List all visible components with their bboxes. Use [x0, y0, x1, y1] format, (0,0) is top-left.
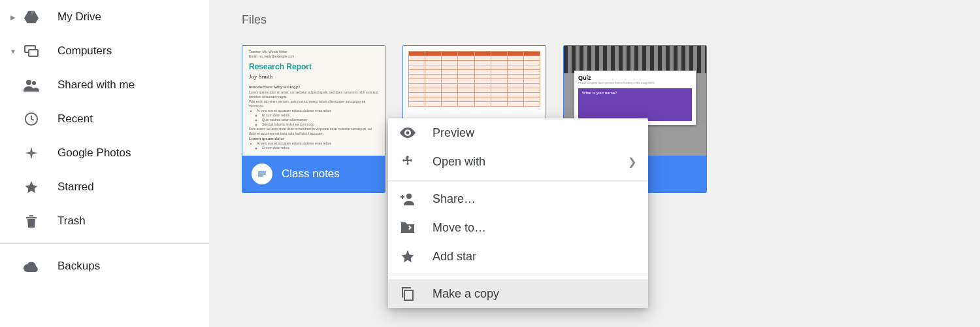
thumb-heading: Quiz: [578, 75, 692, 81]
svg-rect-1: [29, 50, 38, 56]
sidebar-item-starred[interactable]: Starred: [0, 170, 209, 204]
menu-divider: [388, 180, 648, 181]
drive-icon: [24, 9, 39, 25]
sidebar-item-label: Computers: [57, 44, 112, 58]
sidebar-item-photos[interactable]: Google Photos: [0, 136, 209, 170]
svg-rect-10: [404, 290, 413, 300]
expander-icon[interactable]: ▼: [8, 48, 18, 55]
svg-rect-5: [258, 171, 266, 173]
doc-icon: [252, 164, 272, 184]
menu-item-share[interactable]: Share…: [388, 184, 648, 213]
sidebar-item-label: Backups: [57, 260, 100, 273]
sidebar: ▶ My Drive ▼ Computers Shared with me Re…: [0, 0, 209, 327]
sidebar-item-my-drive[interactable]: ▶ My Drive: [0, 0, 209, 34]
menu-item-add-star[interactable]: Add star: [388, 242, 648, 271]
cloud-icon: [24, 258, 39, 274]
thumb-author: Joy Smith: [249, 73, 378, 81]
shared-icon: [24, 77, 39, 93]
sidebar-item-label: Starred: [57, 181, 94, 194]
menu-item-move-to[interactable]: Move to…: [388, 213, 648, 242]
eye-icon: [400, 125, 416, 141]
trash-icon: [24, 213, 39, 229]
sidebar-item-trash[interactable]: Trash: [0, 204, 209, 238]
menu-item-label: Move to…: [433, 221, 636, 235]
recent-icon: [24, 111, 39, 127]
sidebar-item-label: Trash: [57, 215, 86, 228]
sidebar-item-backups[interactable]: Backups: [0, 249, 209, 283]
sidebar-item-label: Shared with me: [57, 78, 135, 92]
star-icon: [24, 179, 39, 195]
svg-point-8: [406, 131, 410, 135]
sidebar-item-shared[interactable]: Shared with me: [0, 68, 209, 102]
file-footer: Class notes: [242, 156, 385, 192]
file-card-class-notes[interactable]: Teacher: Ms. Words WriterEmail: no_reply…: [242, 45, 385, 193]
sidebar-item-label: Google Photos: [57, 146, 131, 160]
sidebar-item-label: My Drive: [57, 10, 101, 24]
context-menu: Preview Open with ❯ Share… Move to… Add …: [388, 118, 648, 308]
menu-item-open-with[interactable]: Open with ❯: [388, 147, 648, 176]
menu-item-make-a-copy[interactable]: Make a copy: [388, 279, 648, 308]
file-thumbnail: Teacher: Ms. Words WriterEmail: no_reply…: [242, 46, 385, 156]
expander-icon[interactable]: ▶: [8, 14, 18, 21]
person-add-icon: [400, 191, 416, 207]
chevron-right-icon: ❯: [628, 156, 636, 168]
svg-point-3: [32, 81, 36, 85]
menu-item-label: Preview: [433, 126, 636, 140]
sidebar-item-recent[interactable]: Recent: [0, 102, 209, 136]
menu-item-label: Open with: [433, 155, 628, 169]
computers-icon: [24, 43, 39, 59]
menu-item-label: Share…: [433, 192, 636, 206]
menu-item-preview[interactable]: Preview: [388, 118, 648, 147]
thumb-title: Research Report: [249, 61, 378, 73]
svg-rect-7: [258, 175, 263, 177]
menu-item-label: Make a copy: [433, 287, 636, 301]
copy-icon: [400, 286, 416, 301]
file-name: Class notes: [282, 167, 340, 181]
photos-icon: [24, 145, 39, 161]
sidebar-divider: [0, 243, 209, 244]
svg-rect-6: [258, 173, 266, 175]
sidebar-item-computers[interactable]: ▼ Computers: [0, 34, 209, 68]
menu-divider: [388, 275, 648, 275]
sidebar-item-label: Recent: [57, 112, 93, 126]
menu-item-label: Add star: [433, 250, 636, 264]
section-label-files: Files: [242, 13, 947, 27]
move-cross-icon: [400, 154, 416, 169]
thumb-question: What is your name?: [578, 88, 692, 121]
star-icon: [400, 249, 416, 264]
svg-point-9: [406, 194, 412, 199]
svg-point-2: [26, 80, 31, 85]
folder-move-icon: [400, 220, 416, 235]
